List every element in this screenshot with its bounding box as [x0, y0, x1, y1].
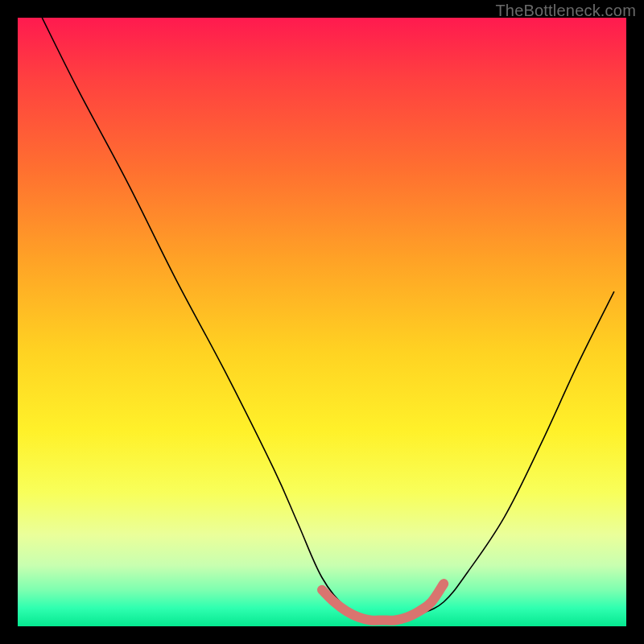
- series-bottleneck-curve: [42, 18, 614, 621]
- curve-svg: [18, 18, 626, 626]
- series-optimal-band: [322, 584, 444, 621]
- plot-area: [18, 18, 626, 626]
- chart-frame: TheBottleneck.com: [0, 0, 644, 644]
